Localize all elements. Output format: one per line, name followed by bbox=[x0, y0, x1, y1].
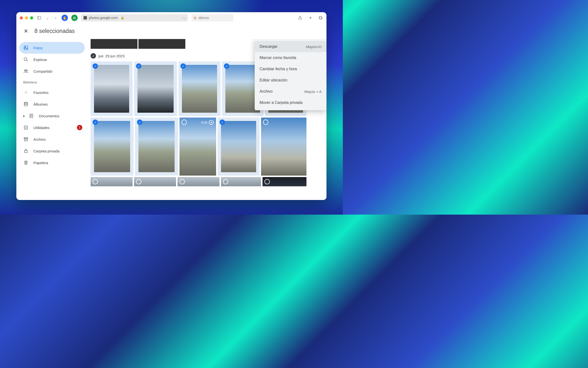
selected-check-icon[interactable]: ✓ bbox=[220, 119, 225, 125]
select-circle-icon[interactable] bbox=[264, 179, 270, 184]
photo-thumbnail[interactable]: ✓ bbox=[218, 118, 260, 176]
menu-item-fecha[interactable]: Cambiar fecha y hora bbox=[255, 63, 326, 75]
sidebar-item-fotos[interactable]: Fotos bbox=[19, 42, 85, 54]
close-window-button[interactable] bbox=[20, 16, 23, 20]
photo-thumbnail[interactable] bbox=[262, 177, 306, 186]
svg-rect-3 bbox=[320, 17, 322, 19]
select-circle-icon[interactable] bbox=[179, 179, 185, 184]
photo-thumbnail[interactable]: ✓ bbox=[178, 61, 220, 116]
menu-item-ubicacion[interactable]: Editar ubicación bbox=[255, 75, 326, 86]
select-circle-icon[interactable] bbox=[136, 179, 141, 184]
photos-icon bbox=[23, 45, 29, 50]
tabs-overview-icon[interactable] bbox=[318, 15, 323, 20]
video-thumbnail[interactable]: 0:05 bbox=[179, 118, 216, 176]
browser-toolbar: ⌄ ‹ ✋ G photos.google.com 🔒 ▭ G Idioma + bbox=[16, 12, 326, 23]
share-icon[interactable] bbox=[298, 15, 303, 20]
minimize-window-button[interactable] bbox=[25, 16, 28, 20]
svg-rect-17 bbox=[24, 126, 27, 129]
menu-item-shortcut: Mayús + A bbox=[304, 90, 322, 94]
photo-thumbnail[interactable] bbox=[134, 177, 176, 186]
search-icon bbox=[23, 57, 29, 62]
sidebar-item-favoritos[interactable]: ☆ Favoritos bbox=[19, 87, 85, 98]
utilities-badge: 1 bbox=[77, 125, 82, 130]
selected-check-icon[interactable]: ✓ bbox=[180, 63, 186, 69]
menu-item-descargar[interactable]: Descargar Mayús+D bbox=[255, 41, 326, 52]
reader-toggle-icon[interactable]: ▭ bbox=[183, 16, 186, 20]
deselect-button[interactable]: ✕ bbox=[24, 28, 28, 34]
selected-check-icon[interactable]: ✓ bbox=[224, 63, 229, 69]
svg-point-10 bbox=[26, 70, 27, 71]
photo-thumbnail[interactable] bbox=[221, 177, 261, 186]
date-select-all-icon[interactable]: ✓ bbox=[91, 53, 96, 59]
new-tab-icon[interactable]: + bbox=[308, 15, 313, 20]
photo-thumbnail[interactable] bbox=[91, 177, 133, 186]
google-g-icon: G bbox=[194, 16, 197, 20]
sidebar-item-archivo[interactable]: Archivo bbox=[19, 133, 85, 145]
browser-window: ⌄ ‹ ✋ G photos.google.com 🔒 ▭ G Idioma +… bbox=[16, 12, 326, 200]
select-circle-icon[interactable] bbox=[223, 179, 228, 184]
archive-icon bbox=[23, 137, 29, 142]
search-field[interactable]: G Idioma bbox=[191, 14, 233, 21]
people-icon bbox=[23, 69, 29, 74]
url-text: photos.google.com bbox=[89, 16, 118, 20]
sidebar-item-label: Fotos bbox=[33, 46, 43, 50]
photo-thumbnail[interactable] bbox=[261, 118, 306, 176]
menu-item-label: Mover a Carpeta privada bbox=[260, 100, 303, 105]
trash-icon bbox=[23, 160, 29, 165]
sidebar-item-explorar[interactable]: Explorar bbox=[19, 54, 85, 65]
expand-caret-icon[interactable]: ▶ bbox=[23, 115, 26, 117]
svg-rect-0 bbox=[37, 16, 41, 19]
selected-check-icon[interactable]: ✓ bbox=[136, 63, 141, 69]
photo-thumbnail[interactable]: ✓ bbox=[134, 61, 177, 116]
reader-mode-icon[interactable] bbox=[84, 16, 87, 20]
sidebar-item-label: Favoritos bbox=[33, 90, 49, 95]
svg-rect-12 bbox=[25, 103, 27, 105]
utilities-icon bbox=[23, 125, 29, 130]
album-icon bbox=[23, 101, 29, 107]
sidebar-item-documentos[interactable]: ▶ Documentos bbox=[19, 110, 85, 122]
sidebar-item-compartido[interactable]: Compartido bbox=[19, 65, 85, 77]
svg-point-7 bbox=[24, 58, 27, 61]
photo-thumbnail[interactable]: ✓ bbox=[91, 61, 133, 116]
select-circle-icon[interactable] bbox=[93, 179, 98, 184]
address-bar[interactable]: photos.google.com 🔒 ▭ bbox=[81, 14, 188, 21]
sidebar-item-label: Compartido bbox=[33, 69, 52, 73]
maximize-window-button[interactable] bbox=[30, 16, 33, 20]
select-circle-icon[interactable] bbox=[263, 119, 268, 125]
lock-icon: 🔒 bbox=[121, 16, 124, 20]
menu-item-favorita[interactable]: Marcar como favorita bbox=[255, 52, 326, 63]
select-circle-icon[interactable] bbox=[181, 119, 187, 125]
sidebar-item-utilidades[interactable]: Utilidades 1 bbox=[19, 122, 85, 133]
sidebar-item-carpeta-privada[interactable]: Carpeta privada bbox=[19, 145, 85, 157]
svg-line-8 bbox=[27, 60, 28, 61]
menu-item-privada[interactable]: Mover a Carpeta privada bbox=[255, 97, 326, 108]
selected-check-icon[interactable]: ✓ bbox=[93, 63, 98, 69]
back-button[interactable]: ‹ bbox=[53, 15, 58, 20]
menu-item-label: Editar ubicación bbox=[260, 78, 287, 82]
context-menu: Descargar Mayús+D Marcar como favorita C… bbox=[255, 39, 326, 110]
star-icon: ☆ bbox=[23, 90, 29, 95]
sidebar-item-albumes[interactable]: Álbumes bbox=[19, 98, 85, 110]
sidebar: Fotos Explorar Compartido Biblioteca ☆ F… bbox=[16, 39, 88, 200]
photo-thumbnail[interactable] bbox=[138, 39, 185, 49]
play-icon bbox=[209, 120, 214, 125]
dropdown-chevron-icon[interactable]: ⌄ bbox=[45, 15, 50, 20]
photo-thumbnail[interactable] bbox=[91, 39, 137, 49]
extension-grammarly-icon[interactable]: G bbox=[71, 15, 78, 21]
photo-thumbnail[interactable] bbox=[178, 177, 220, 186]
photo-thumbnail[interactable]: ✓ bbox=[135, 118, 178, 176]
extension-hand-icon[interactable]: ✋ bbox=[62, 15, 68, 21]
photo-thumbnail[interactable]: ✓ bbox=[91, 118, 134, 176]
sidebar-item-label: Explorar bbox=[33, 58, 47, 62]
menu-item-archivo[interactable]: Archivo Mayús + A bbox=[255, 86, 326, 97]
sidebar-item-label: Archivo bbox=[33, 137, 46, 141]
window-controls[interactable] bbox=[20, 16, 33, 20]
selection-bar: ✕ 8 seleccionadas bbox=[16, 23, 326, 39]
sidebar-item-papelera[interactable]: Papelera bbox=[19, 157, 85, 169]
selected-check-icon[interactable]: ✓ bbox=[137, 119, 142, 125]
sidebar-item-label: Papelera bbox=[33, 161, 48, 165]
sidebar-toggle-icon[interactable] bbox=[37, 15, 42, 20]
menu-item-label: Descargar bbox=[260, 44, 278, 49]
selected-check-icon[interactable]: ✓ bbox=[93, 119, 98, 125]
video-indicator: 0:05 bbox=[201, 120, 214, 125]
